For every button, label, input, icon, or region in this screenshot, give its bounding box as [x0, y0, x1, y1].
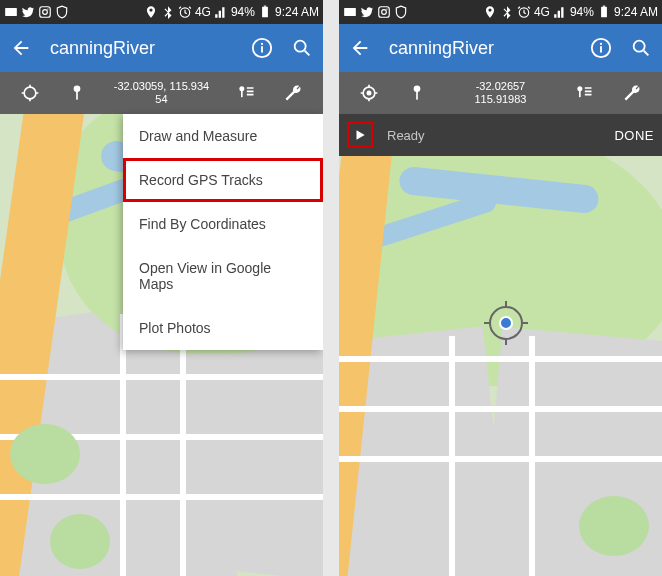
- pin-icon[interactable]: [67, 83, 87, 103]
- menu-find-coords[interactable]: Find By Coordinates: [123, 202, 323, 246]
- svg-rect-13: [76, 91, 78, 99]
- svg-rect-24: [600, 46, 602, 52]
- alarm-icon: [517, 5, 531, 19]
- instagram-icon: [377, 5, 391, 19]
- svg-rect-1: [40, 7, 51, 18]
- phone-left: 4G 94% 9:24 AM canningRiver -32.03059, 1…: [0, 0, 323, 576]
- pin-list-icon[interactable]: [574, 83, 594, 103]
- svg-rect-30: [416, 91, 418, 99]
- svg-point-12: [73, 86, 80, 93]
- battery-pct: 94%: [231, 5, 255, 19]
- gps-fix-icon[interactable]: [359, 83, 379, 103]
- menu-plot-photos[interactable]: Plot Photos: [123, 306, 323, 350]
- status-bar: 4G 94% 9:24 AM: [0, 0, 323, 24]
- toolbar: -32.02657 115.91983: [339, 72, 662, 114]
- battery-pct: 94%: [570, 5, 594, 19]
- gps-fix-icon[interactable]: [20, 83, 40, 103]
- menu-draw-measure[interactable]: Draw and Measure: [123, 114, 323, 158]
- info-icon[interactable]: [251, 37, 273, 59]
- status-icons-right: 4G 94% 9:24 AM: [144, 5, 319, 19]
- recording-status: Ready: [387, 128, 600, 143]
- svg-rect-22: [603, 6, 605, 7]
- svg-point-19: [386, 8, 387, 9]
- svg-rect-16: [344, 8, 356, 16]
- menu-open-gmaps[interactable]: Open View in Google Maps: [123, 246, 323, 306]
- shield-icon: [55, 5, 69, 19]
- network-label: 4G: [195, 5, 211, 19]
- svg-point-2: [43, 10, 48, 15]
- play-icon: [353, 128, 367, 142]
- page-title: canningRiver: [50, 38, 233, 59]
- svg-rect-15: [241, 91, 243, 98]
- search-icon[interactable]: [630, 37, 652, 59]
- svg-point-9: [261, 43, 263, 45]
- coord-line1: -32.03059, 115.934: [114, 80, 209, 93]
- signal-icon: [214, 5, 228, 19]
- status-icons-right: 4G 94% 9:24 AM: [483, 5, 658, 19]
- svg-rect-17: [379, 7, 390, 18]
- app-bar: canningRiver: [0, 24, 323, 72]
- svg-point-18: [382, 10, 387, 15]
- alarm-icon: [178, 5, 192, 19]
- svg-point-10: [295, 41, 306, 52]
- svg-point-29: [414, 86, 421, 93]
- pin-icon[interactable]: [407, 83, 427, 103]
- coordinates[interactable]: -32.02657 115.91983: [455, 80, 545, 106]
- search-icon[interactable]: [291, 37, 313, 59]
- coord-line2: 115.91983: [455, 93, 545, 106]
- battery-icon: [597, 5, 611, 19]
- location-icon: [483, 5, 497, 19]
- bluetooth-icon: [161, 5, 175, 19]
- coord-line1: -32.02657: [455, 80, 545, 93]
- menu-record-gps[interactable]: Record GPS Tracks: [123, 158, 323, 202]
- coordinates[interactable]: -32.03059, 115.934 54: [114, 80, 209, 106]
- svg-rect-0: [5, 8, 17, 16]
- pin-list-icon[interactable]: [236, 83, 256, 103]
- app-bar: canningRiver: [339, 24, 662, 72]
- svg-rect-5: [262, 7, 268, 18]
- svg-rect-21: [601, 7, 607, 18]
- wrench-icon[interactable]: [283, 83, 303, 103]
- recording-bar: Ready DONE: [339, 114, 662, 156]
- instagram-icon: [38, 5, 52, 19]
- wrench-icon[interactable]: [622, 83, 642, 103]
- status-icons-left: [343, 5, 408, 19]
- mail-icon: [4, 5, 18, 19]
- done-button[interactable]: DONE: [614, 128, 654, 143]
- record-play-button[interactable]: [347, 122, 373, 148]
- svg-point-11: [24, 87, 36, 99]
- svg-point-26: [634, 41, 645, 52]
- signal-icon: [553, 5, 567, 19]
- location-icon: [144, 5, 158, 19]
- page-title: canningRiver: [389, 38, 572, 59]
- status-icons-left: [4, 5, 69, 19]
- clock-label: 9:24 AM: [614, 5, 658, 19]
- phone-right: 4G 94% 9:24 AM canningRiver -32.02657 11…: [339, 0, 662, 576]
- svg-point-28: [367, 91, 372, 96]
- toolbar: -32.03059, 115.934 54: [0, 72, 323, 114]
- twitter-icon: [21, 5, 35, 19]
- status-bar: 4G 94% 9:24 AM: [339, 0, 662, 24]
- bluetooth-icon: [500, 5, 514, 19]
- svg-rect-32: [579, 91, 581, 98]
- svg-rect-8: [261, 46, 263, 52]
- map[interactable]: [339, 156, 662, 576]
- svg-rect-6: [264, 6, 266, 7]
- clock-label: 9:24 AM: [275, 5, 319, 19]
- location-marker: [489, 306, 523, 340]
- svg-point-3: [47, 8, 48, 9]
- mail-icon: [343, 5, 357, 19]
- network-label: 4G: [534, 5, 550, 19]
- coord-line2: 54: [114, 93, 209, 106]
- info-icon[interactable]: [590, 37, 612, 59]
- svg-point-25: [600, 43, 602, 45]
- twitter-icon: [360, 5, 374, 19]
- battery-icon: [258, 5, 272, 19]
- shield-icon: [394, 5, 408, 19]
- context-menu: Draw and Measure Record GPS Tracks Find …: [123, 114, 323, 350]
- back-icon[interactable]: [349, 37, 371, 59]
- back-icon[interactable]: [10, 37, 32, 59]
